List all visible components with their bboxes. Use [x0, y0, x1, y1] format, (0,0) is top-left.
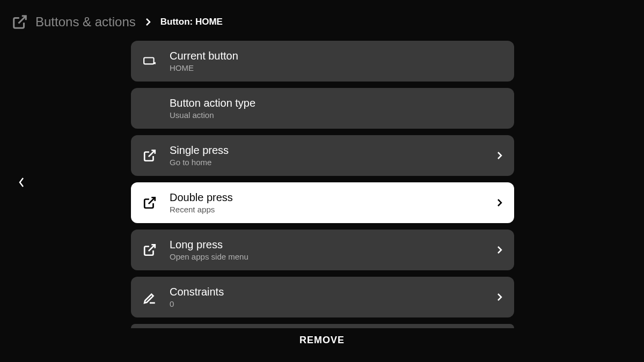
item-title: Constraints: [170, 286, 484, 298]
breadcrumb: Buttons & actions Button: HOME: [12, 14, 223, 30]
svg-marker-2: [148, 102, 152, 105]
svg-line-7: [149, 150, 155, 157]
svg-line-0: [19, 16, 26, 24]
item-text: Current button HOME: [170, 50, 502, 72]
item-title: Single press: [170, 144, 484, 157]
item-text: Constraints 0: [170, 286, 484, 308]
chevron-right-icon: [497, 151, 502, 160]
item-subtitle: HOME: [170, 63, 502, 72]
back-chevron-icon[interactable]: [18, 177, 25, 188]
item-title: Long press: [170, 239, 484, 251]
svg-line-9: [149, 245, 155, 251]
svg-marker-4: [144, 107, 146, 110]
chevron-right-icon: [145, 18, 151, 26]
item-text: Double press Recent apps: [170, 191, 484, 214]
item-subtitle: Open apps side menu: [170, 252, 484, 261]
svg-point-6: [148, 107, 151, 109]
item-subtitle: Go to home: [170, 158, 484, 167]
item-text: Long press Open apps side menu: [170, 239, 484, 261]
item-title: Current button: [170, 50, 502, 62]
partial-item: [131, 324, 514, 328]
long-press-item[interactable]: Long press Open apps side menu: [131, 230, 514, 270]
external-link-icon: [143, 243, 157, 257]
external-link-icon: [143, 196, 157, 210]
chevron-right-icon: [497, 293, 502, 301]
double-press-item[interactable]: Double press Recent apps: [131, 182, 514, 223]
svg-rect-1: [144, 58, 153, 64]
svg-marker-5: [153, 107, 156, 110]
button-action-type-item[interactable]: Button action type Usual action: [131, 88, 514, 129]
breadcrumb-parent[interactable]: Buttons & actions: [35, 14, 136, 29]
chevron-right-icon: [497, 246, 502, 254]
item-text: Single press Go to home: [170, 144, 484, 167]
svg-marker-3: [148, 112, 152, 114]
svg-line-8: [149, 197, 155, 204]
external-link-icon: [12, 14, 28, 30]
device-icon: [143, 54, 157, 68]
item-subtitle: Usual action: [170, 110, 502, 120]
item-text: Button action type Usual action: [170, 97, 502, 120]
current-button-item[interactable]: Current button HOME: [131, 41, 514, 82]
edit-icon: [143, 290, 157, 304]
remove-button[interactable]: REMOVE: [299, 335, 345, 346]
constraints-item[interactable]: Constraints 0: [131, 277, 514, 317]
item-subtitle: Recent apps: [170, 205, 484, 214]
single-press-item[interactable]: Single press Go to home: [131, 135, 514, 176]
external-link-icon: [143, 149, 157, 162]
breadcrumb-current: Button: HOME: [160, 17, 223, 27]
dpad-icon: [143, 101, 157, 115]
item-subtitle: 0: [170, 299, 484, 308]
chevron-right-icon: [497, 198, 502, 207]
settings-list: Current button HOME Button action type U…: [131, 41, 514, 328]
item-title: Button action type: [170, 97, 502, 109]
item-title: Double press: [170, 191, 484, 204]
